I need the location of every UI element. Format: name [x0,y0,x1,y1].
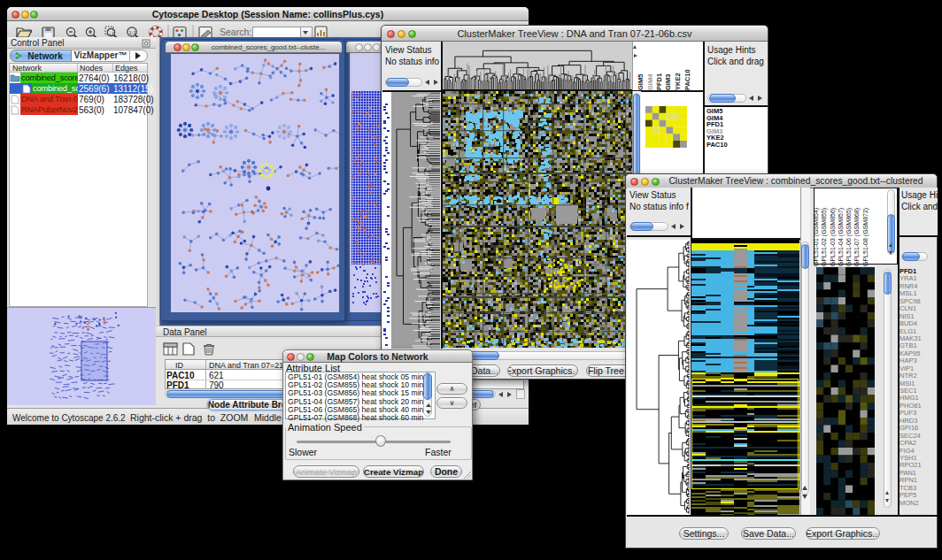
svg-text:Search:: Search: [220,27,251,37]
svg-text:1:1: 1:1 [129,30,136,35]
